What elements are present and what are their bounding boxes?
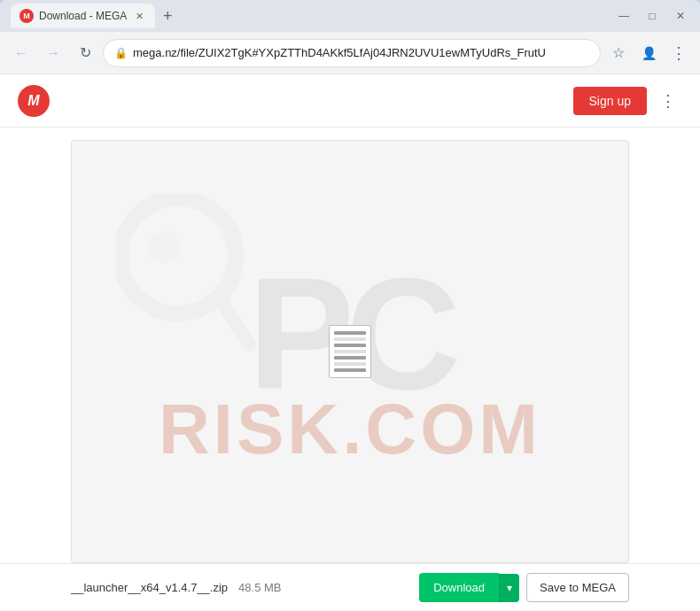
svg-point-0: [121, 198, 236, 313]
back-button[interactable]: ←: [7, 39, 35, 67]
nav-right-actions: ☆ 👤 ⋮: [604, 39, 693, 67]
svg-point-2: [149, 231, 181, 263]
download-button[interactable]: Download: [419, 573, 499, 602]
page-content: M Sign up ⋮ PC RISK.COM: [0, 74, 700, 611]
file-info-bar: __launcher__x64_v1.4.7__.zip 48.5 MB Dow…: [0, 563, 700, 611]
zip-stripe-1: [334, 331, 366, 335]
security-icon: 🔒: [114, 47, 128, 59]
tab-close-icon[interactable]: ✕: [132, 9, 146, 23]
address-bar[interactable]: 🔒 mega.nz/file/ZUIX2TgK#YXpZTThD4AKkf5Lf…: [103, 39, 601, 67]
header-right: Sign up ⋮: [573, 87, 682, 115]
zip-icon-visual: [329, 325, 371, 378]
tab-title: Download - MEGA: [39, 10, 127, 22]
zip-file-icon: [329, 325, 371, 378]
tab-favicon: M: [19, 9, 34, 23]
mega-header: M Sign up ⋮: [0, 74, 700, 128]
download-dropdown-button[interactable]: ▾: [499, 574, 519, 602]
new-tab-button[interactable]: +: [155, 4, 180, 28]
zip-stripe-2: [334, 337, 366, 341]
mega-logo[interactable]: M: [18, 85, 50, 117]
file-name: __launcher__x64_v1.4.7__.zip: [71, 581, 228, 594]
minimize-button[interactable]: —: [611, 4, 636, 28]
watermark-risk-text: RISK.COM: [159, 389, 541, 470]
mega-more-options-icon[interactable]: ⋮: [654, 87, 682, 115]
save-to-mega-button[interactable]: Save to MEGA: [526, 573, 629, 602]
svg-line-1: [218, 296, 249, 344]
maximize-button[interactable]: □: [640, 4, 665, 28]
magnifier-watermark: [116, 194, 258, 375]
active-tab[interactable]: M Download - MEGA ✕: [11, 4, 155, 28]
browser-window: M Download - MEGA ✕ + — □ ✕ ←: [0, 0, 700, 611]
sign-up-button[interactable]: Sign up: [573, 87, 647, 115]
file-size: 48.5 MB: [238, 581, 281, 594]
close-button[interactable]: ✕: [668, 4, 693, 28]
action-buttons: Download ▾ Save to MEGA: [419, 573, 629, 602]
zip-stripe-6: [334, 362, 366, 366]
navigation-bar: ← → ↻ 🔒 mega.nz/file/ZUIX2TgK#YXpZTThD4A…: [0, 32, 700, 74]
zip-stripe-4: [334, 350, 366, 353]
zip-stripe-3: [334, 344, 366, 347]
bookmark-icon[interactable]: ☆: [604, 39, 633, 67]
window-controls: — □ ✕: [611, 4, 693, 28]
profile-icon[interactable]: 👤: [634, 39, 663, 67]
zip-stripe-7: [334, 368, 366, 372]
reload-button[interactable]: ↻: [71, 39, 99, 67]
tabs-area: M Download - MEGA ✕ +: [7, 4, 608, 28]
title-bar: M Download - MEGA ✕ + — □ ✕: [0, 0, 700, 32]
forward-button[interactable]: →: [39, 39, 67, 67]
zip-stripe-5: [334, 356, 366, 360]
more-options-icon[interactable]: ⋮: [665, 39, 693, 67]
url-text: mega.nz/file/ZUIX2TgK#YXpZTThD4AKkf5LfAj…: [133, 46, 589, 59]
file-preview-area: PC RISK.COM: [71, 140, 629, 563]
